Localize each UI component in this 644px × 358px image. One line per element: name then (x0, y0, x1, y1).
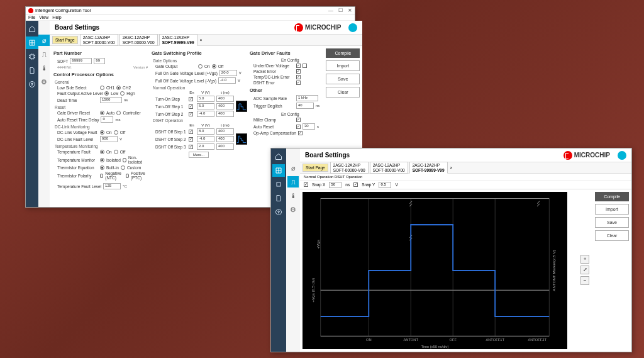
tab-board-0[interactable]: 2ASC-12A2HPSOFT-00000-V00 (80, 34, 118, 45)
chk-uov[interactable] (296, 64, 301, 68)
titlebar[interactable]: Intelligent Configuration Tool — ☐ ✕ (26, 7, 355, 14)
minimize-button[interactable]: — (328, 8, 333, 13)
zoom-reset-button[interactable]: ⤢ (580, 266, 589, 274)
chk-mc[interactable] (296, 118, 301, 122)
subnav-settings-icon[interactable]: ⚙ (38, 76, 50, 87)
tab-board-2[interactable]: 2ASC-12A2HPSOFT-99999-V99 (159, 34, 197, 45)
toff1-v[interactable]: 5.0 (197, 103, 214, 109)
tab-start-page[interactable]: Start Page (52, 36, 78, 44)
subnav-wave-icon-2[interactable]: ⎍ (287, 176, 299, 187)
radio-dclvf-on[interactable] (100, 130, 104, 135)
nav-doc-icon-2[interactable] (272, 192, 285, 204)
radio-auto[interactable] (100, 111, 104, 115)
clear-button-2[interactable]: Clear (595, 230, 629, 241)
d2-v[interactable]: -4.0 (197, 136, 214, 142)
radio-gout-off[interactable] (212, 64, 216, 69)
save-button-2[interactable]: Save (595, 217, 629, 228)
radio-high[interactable] (120, 91, 125, 96)
chk-ar[interactable] (296, 125, 301, 129)
radio-custom[interactable] (121, 165, 125, 170)
maximize-button[interactable]: ☐ (338, 8, 343, 13)
d1-v[interactable]: 8.0 (197, 128, 214, 135)
chk-toff2[interactable] (189, 112, 193, 116)
tab-board-1[interactable]: 2ASC-12A2HPSOFT-00000-V00 (119, 34, 158, 45)
vgs-on-input[interactable]: 20.0 (219, 70, 237, 76)
menu-help[interactable]: Help (52, 15, 61, 20)
waveform-graph[interactable]: ON ANTONT OFF ANTOFF1T ANTOFF2T Time (x5… (303, 192, 567, 349)
td-input[interactable]: 40 (296, 103, 314, 109)
version-input[interactable]: 99 (94, 58, 105, 64)
tab-board-0b[interactable]: 2ASC-12A2HPSOFT-00000-V00 (330, 162, 369, 173)
nav-help-icon[interactable]: ? (26, 78, 38, 91)
ar-input[interactable]: 30 (303, 123, 315, 130)
chk-ton[interactable] (189, 97, 193, 101)
chk-toff1[interactable] (189, 104, 193, 109)
tab-board-2b[interactable]: 2ASC-12A2HPSOFT-99999-V99 (409, 162, 448, 173)
subnav-temp-icon-2[interactable]: 🌡 (287, 190, 299, 201)
radio-iso[interactable] (100, 158, 104, 162)
subnav-temp-icon[interactable]: 🌡 (38, 62, 50, 74)
nav-chip-icon-2[interactable] (272, 178, 285, 191)
asr-input[interactable]: 1 kHz (296, 95, 318, 101)
compile-button[interactable]: Compile (326, 48, 360, 58)
status-indicator[interactable] (348, 23, 357, 32)
radio-ptc[interactable] (126, 174, 129, 178)
chk-d2[interactable] (189, 137, 193, 142)
zoom-out-button[interactable]: − (580, 276, 589, 285)
clear-button[interactable]: Clear (326, 87, 360, 98)
import-button-2[interactable]: Import (595, 204, 629, 215)
more-button[interactable]: More... (189, 152, 209, 158)
radio-ntc[interactable] (100, 174, 103, 178)
nav-doc-icon[interactable] (26, 64, 38, 77)
deadtime-input[interactable]: 1500 (100, 97, 122, 103)
nav-board-icon-2[interactable] (272, 164, 285, 177)
compile-button-2[interactable]: Compile (595, 192, 629, 201)
snapx-input[interactable]: 50 (329, 182, 341, 188)
chk-oac[interactable] (298, 131, 303, 135)
tab-close-icon-2[interactable]: × (450, 165, 453, 170)
zoom-in-button[interactable]: + (580, 255, 589, 264)
subnav-wave-icon[interactable]: ⎍ (38, 48, 50, 60)
radio-builtin[interactable] (100, 165, 104, 170)
nav-help-icon-2[interactable]: ? (272, 206, 285, 218)
tab-start-page-2[interactable]: Start Page (303, 164, 328, 172)
radio-ch1[interactable] (100, 86, 104, 90)
radio-gout-on[interactable] (198, 64, 203, 69)
chk-tdc[interactable] (296, 75, 301, 79)
status-indicator-2[interactable] (618, 151, 626, 160)
close-button[interactable]: ✕ (348, 8, 352, 13)
chk-d1[interactable] (189, 130, 193, 134)
radio-tf-on[interactable] (100, 150, 104, 154)
radio-controller[interactable] (116, 111, 121, 115)
subnav-settings-icon-2[interactable]: ⚙ (287, 204, 299, 215)
ton-v[interactable]: 5.0 (197, 96, 214, 102)
nav-home-icon-2[interactable] (272, 150, 285, 163)
menu-file[interactable]: File (28, 15, 35, 20)
chk-d3[interactable] (189, 145, 193, 149)
nav-board-icon[interactable] (26, 36, 38, 49)
chk-snapx[interactable] (304, 182, 308, 187)
ton-t[interactable]: 400 (216, 96, 234, 102)
nav-home-icon[interactable] (26, 23, 38, 35)
nav-chip-icon[interactable] (26, 50, 38, 63)
radio-niso[interactable] (123, 158, 126, 162)
tab-board-1b[interactable]: 2ASC-12A2HPSOFT-00000-V00 (370, 162, 408, 173)
toff1-t[interactable]: 400 (216, 103, 234, 109)
save-button[interactable]: Save (326, 74, 360, 84)
tab-close-icon[interactable]: × (200, 38, 203, 42)
chk-snapy[interactable] (353, 182, 358, 187)
dcfault-input[interactable]: 900 (100, 136, 118, 142)
vgs-off-input[interactable]: -4.0 (218, 77, 236, 84)
cfg-uov[interactable] (303, 64, 307, 68)
radio-ch2[interactable] (116, 86, 121, 90)
toff2-t[interactable]: 400 (216, 111, 234, 117)
autoreset-input[interactable]: 0 (101, 116, 113, 123)
radio-tf-off[interactable] (114, 150, 118, 154)
subnav-link-icon-2[interactable]: ⌀ (287, 162, 299, 174)
radio-dclvf-off[interactable] (114, 130, 118, 135)
d2-t[interactable]: 400 (216, 136, 234, 142)
radio-low[interactable] (104, 91, 109, 96)
tempfault-input[interactable]: 125 (103, 183, 121, 189)
subnav-link-icon[interactable]: ⌀ (38, 35, 50, 46)
d3-t[interactable]: 400 (216, 143, 234, 150)
